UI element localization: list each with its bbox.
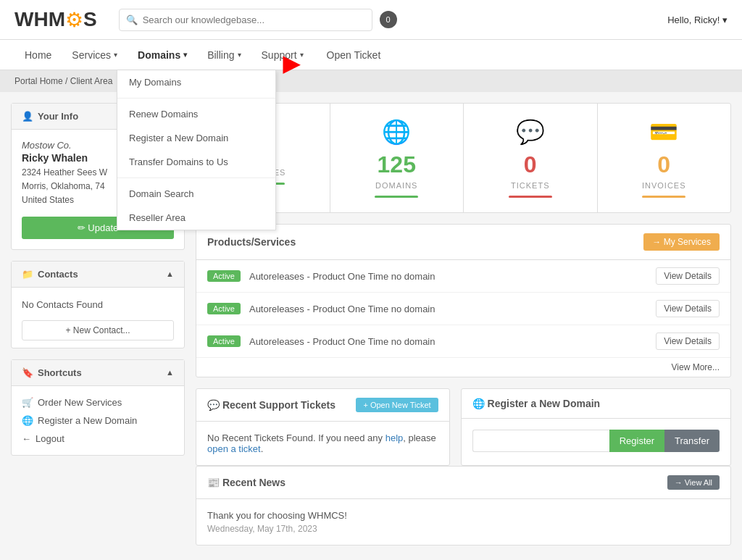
stat-tickets[interactable]: 💬 0 TICKETS: [464, 104, 598, 212]
service-badge-3: Active: [207, 335, 241, 347]
dropdown-domain-search[interactable]: Domain Search: [117, 182, 275, 206]
tickets-count: 0: [524, 151, 537, 178]
service-name-1: Autoreleases - Product One Time no domai…: [249, 271, 656, 282]
shortcut-register-link[interactable]: 🌐 Register a New Domain: [22, 415, 174, 426]
main-container: 👤Your Info Mostow Co. Ricky Whalen 2324 …: [0, 92, 742, 560]
service-row-3: Active Autoreleases - Product One Time n…: [196, 325, 730, 358]
dropdown-renew-domains[interactable]: Renew Domains: [117, 102, 275, 126]
my-services-button[interactable]: → My Services: [643, 233, 720, 251]
service-badge-2: Active: [207, 303, 241, 314]
service-name-3: Autoreleases - Product One Time no domai…: [249, 336, 656, 347]
invoices-label: INVOICES: [642, 181, 686, 190]
nav-billing[interactable]: Billing ▾: [197, 40, 251, 70]
breadcrumb-client-area[interactable]: Client Area: [70, 76, 113, 86]
shortcuts-header: 🔖Shortcuts ▲: [12, 360, 184, 386]
domains-bar: [375, 196, 418, 198]
shortcut-logout-link[interactable]: ← Logout: [22, 433, 174, 444]
stat-invoices[interactable]: 💳 0 INVOICES: [598, 104, 731, 212]
dropdown-reseller-area[interactable]: Reseller Area: [117, 206, 275, 230]
no-tickets-text: No Recent Tickets Found. If you need any…: [207, 432, 438, 454]
shortcut-logout: ← Logout: [22, 430, 174, 448]
nav-domains[interactable]: Domains ▾: [128, 40, 197, 70]
cart-icon: 🛒: [22, 397, 33, 408]
open-ticket-button[interactable]: + Open New Ticket: [356, 398, 438, 412]
domain-search-row: Register Transfer: [472, 430, 720, 452]
breadcrumb: Portal Home / Client Area: [0, 70, 742, 92]
bookmark-icon: 🔖: [22, 367, 33, 378]
globe-icon: 🌐: [22, 415, 33, 426]
news-header: 📰 Recent News → View All: [196, 467, 730, 499]
navbar: Home Services ▾ Domains ▾ Billing ▾ Supp…: [0, 40, 742, 70]
view-details-1-button[interactable]: View Details: [656, 267, 720, 285]
help-link[interactable]: help: [385, 432, 404, 443]
contacts-chevron-icon[interactable]: ▲: [166, 269, 174, 278]
transfer-domain-button[interactable]: Transfer: [664, 430, 720, 452]
contacts-header: 📁Contacts ▲: [12, 262, 184, 288]
tickets-card-body: No Recent Tickets Found. If you need any…: [196, 422, 449, 465]
folder-icon: 📁: [22, 269, 33, 280]
register-domain-header: 🌐 Register a New Domain: [462, 389, 730, 419]
service-badge-1: Active: [207, 270, 241, 282]
nav-open-ticket[interactable]: Open Ticket: [317, 40, 391, 70]
shortcuts-chevron-icon[interactable]: ▲: [166, 368, 174, 377]
services-header: Products/Services → My Services: [196, 225, 730, 260]
nav-support[interactable]: Support ▾: [251, 40, 314, 70]
stat-domains[interactable]: 🌐 125 DOMAINS: [330, 104, 464, 212]
nav-home[interactable]: Home: [14, 40, 62, 70]
user-greeting[interactable]: Hello, Ricky! ▾: [667, 14, 728, 25]
open-ticket-link[interactable]: open a ticket: [207, 443, 261, 454]
domains-label: DOMAINS: [375, 181, 417, 190]
service-row-1: Active Autoreleases - Product One Time n…: [196, 260, 730, 293]
view-more[interactable]: View More...: [196, 358, 730, 377]
domains-stat-icon: 🌐: [382, 118, 411, 146]
contacts-body: No Contacts Found + New Contact...: [12, 288, 184, 348]
service-row-2: Active Autoreleases - Product One Time n…: [196, 293, 730, 325]
shortcuts-section: 🔖Shortcuts ▲ 🛒 Order New Services 🌐 Regi…: [11, 359, 185, 456]
shortcut-order: 🛒 Order New Services: [22, 393, 174, 411]
person-icon: 👤: [22, 111, 33, 122]
view-all-news-button[interactable]: → View All: [667, 475, 720, 490]
view-details-3-button[interactable]: View Details: [656, 333, 720, 350]
domains-count: 125: [378, 151, 416, 178]
dropdown-transfer-domains[interactable]: Transfer Domains to Us: [117, 150, 275, 174]
services-title: Products/Services: [207, 236, 296, 248]
contacts-section: 📁Contacts ▲ No Contacts Found + New Cont…: [11, 261, 185, 348]
news-icon: 📰: [207, 477, 220, 488]
register-domain-card: 🌐 Register a New Domain Register Transfe…: [461, 388, 731, 466]
dropdown-my-domains[interactable]: My Domains: [117, 70, 275, 94]
tickets-card: 💬 Recent Support Tickets + Open New Tick…: [196, 388, 450, 466]
no-contacts-text: No Contacts Found: [22, 295, 174, 314]
shortcuts-list: 🛒 Order New Services 🌐 Register a New Do…: [12, 386, 184, 455]
search-bar: 🔍: [119, 9, 372, 31]
register-domain-button[interactable]: Register: [609, 430, 664, 452]
new-contact-button[interactable]: + New Contact...: [22, 320, 174, 340]
logo-s: S: [83, 8, 97, 31]
domains-dropdown: My Domains Renew Domains Register a New …: [117, 70, 276, 230]
cart-button[interactable]: 0: [380, 11, 397, 28]
logout-icon: ←: [22, 433, 31, 444]
invoices-icon: 💳: [649, 118, 678, 146]
shortcut-register: 🌐 Register a New Domain: [22, 411, 174, 430]
domain-input[interactable]: [472, 430, 609, 452]
chat-icon: 💬: [207, 399, 220, 411]
tickets-label: TICKETS: [511, 181, 549, 190]
invoices-bar: [642, 196, 685, 198]
shortcut-order-link[interactable]: 🛒 Order New Services: [22, 397, 174, 408]
news-body: Thank you for choosing WHMCS! Wednesday,…: [196, 499, 730, 545]
search-input[interactable]: [119, 9, 372, 31]
nav-services[interactable]: Services ▾: [62, 40, 128, 70]
breadcrumb-portal-home[interactable]: Portal Home: [14, 76, 63, 86]
header: WHM ⚙ S 🔍 0 Hello, Ricky! ▾: [0, 0, 742, 40]
search-icon: 🔍: [126, 14, 138, 25]
logo-gear-icon: ⚙: [65, 8, 83, 32]
dropdown-register-domain[interactable]: Register a New Domain: [117, 126, 275, 150]
logo-text: WHM: [14, 8, 65, 31]
news-date: Wednesday, May 17th, 2023: [207, 524, 720, 534]
view-details-2-button[interactable]: View Details: [656, 300, 720, 317]
service-name-2: Autoreleases - Product One Time no domai…: [249, 304, 656, 314]
invoices-count: 0: [657, 151, 670, 178]
tickets-bar: [509, 196, 552, 198]
news-card: 📰 Recent News → View All Thank you for c…: [196, 466, 731, 546]
tickets-card-header: 💬 Recent Support Tickets + Open New Tick…: [196, 389, 449, 422]
logo: WHM ⚙ S: [14, 8, 97, 32]
